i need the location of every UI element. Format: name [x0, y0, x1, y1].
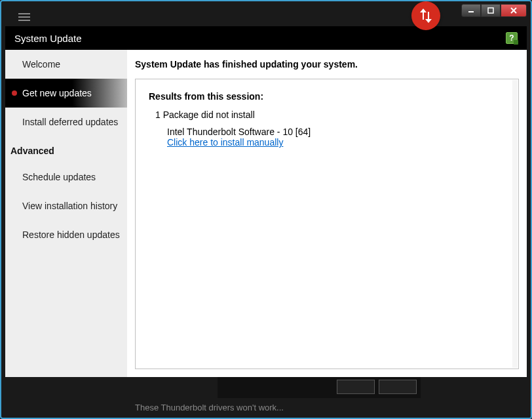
close-icon: [510, 7, 518, 14]
sidebar-item-schedule-updates[interactable]: Schedule updates: [5, 163, 127, 191]
content-heading: System Update has finished updating your…: [135, 59, 519, 70]
background-dialog-button: [337, 380, 375, 394]
workspace: Welcome Get new updates Install deferred…: [5, 50, 527, 377]
sidebar-item-view-history[interactable]: View installation history: [5, 191, 127, 220]
hamburger-icon[interactable]: [18, 13, 30, 22]
window-controls: [461, 4, 527, 17]
scrollbar-track[interactable]: [512, 80, 518, 368]
minimize-icon: [468, 7, 474, 14]
maximize-icon: [487, 7, 494, 14]
background-page-text-bottom: These Thunderbolt drivers won't work...: [135, 403, 284, 412]
install-manually-link[interactable]: Click here to install manually: [167, 137, 283, 148]
sidebar-item-restore-hidden[interactable]: Restore hidden updates: [5, 220, 127, 249]
maximize-button[interactable]: [481, 4, 501, 17]
sidebar-section-advanced: Advanced: [5, 136, 127, 163]
up-down-arrows-icon: [417, 7, 435, 25]
system-update-window: System Update ? Welcome Get new updates …: [5, 26, 527, 377]
results-count-text: 1 Package did not install: [155, 110, 505, 120]
titlebar: System Update ?: [5, 26, 527, 50]
svg-rect-0: [468, 11, 474, 12]
sidebar-item-install-deferred[interactable]: Install deferred updates: [5, 108, 127, 136]
sidebar-item-get-new-updates[interactable]: Get new updates: [5, 79, 127, 108]
close-button[interactable]: [501, 4, 527, 17]
package-name: Intel Thunderbolt Software - 10 [64]: [167, 127, 505, 137]
help-icon[interactable]: ?: [506, 32, 518, 44]
results-heading: Results from this session:: [149, 91, 505, 102]
sidebar-item-welcome[interactable]: Welcome: [5, 50, 127, 79]
background-dialog-button: [379, 380, 417, 394]
update-notification-badge[interactable]: [411, 1, 440, 30]
minimize-button[interactable]: [461, 4, 481, 17]
results-box: Results from this session: 1 Package did…: [135, 79, 519, 369]
sidebar: Welcome Get new updates Install deferred…: [5, 50, 127, 377]
window-title: System Update: [14, 33, 82, 44]
content-area: System Update has finished updating your…: [127, 50, 527, 377]
svg-rect-1: [488, 8, 493, 13]
